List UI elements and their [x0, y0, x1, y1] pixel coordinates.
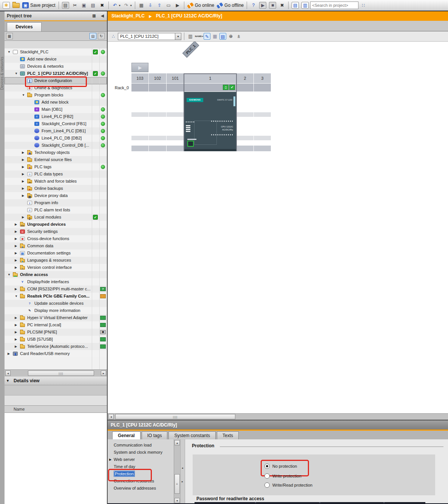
nav-item-communication-load[interactable]: Communication load [108, 442, 174, 449]
plc-name-tag[interactable]: PLC_1 [182, 42, 199, 58]
new-project-icon[interactable]: ✱ [2, 1, 11, 10]
tree-item[interactable]: ▶▪Version control interface [5, 264, 107, 271]
tree-item[interactable]: ≡Main [OB1] [5, 106, 107, 113]
nav-item-protection[interactable]: Protection [108, 470, 174, 478]
expand-arrow-icon[interactable]: ▶ [22, 149, 24, 156]
radio-button-icon[interactable] [264, 473, 270, 479]
tree-item[interactable]: ▶PC internal [Local] [5, 321, 107, 329]
tree-item[interactable]: ▶▫External source files [5, 156, 107, 163]
slot-header-1[interactable]: 1 [184, 73, 236, 83]
print-icon[interactable]: ▤ [61, 1, 70, 10]
expand-arrow-icon[interactable]: ▶ [15, 343, 17, 350]
radio-write-read-protection[interactable]: Write/Read protection [264, 482, 312, 488]
radio-button-icon[interactable] [264, 464, 270, 469]
start-simulation-icon[interactable]: ▶ [258, 1, 267, 10]
tree-item[interactable]: ▼Stacklight_PLC✔ [5, 48, 107, 56]
search-in-project-icon[interactable]: ∷ [359, 1, 368, 10]
expand-arrow-icon[interactable]: ▶ [15, 329, 17, 336]
zoom-options-icon[interactable]: ± [235, 33, 242, 40]
scroll-thumb[interactable]: |||| [115, 414, 235, 419]
split-editor-horizontal-icon[interactable]: ▤ [290, 1, 300, 10]
cpu-module[interactable]: SIEMENS SIMATIC S7-1200 CPU 1212C AC/DC/… [184, 92, 236, 151]
rack-cell-3[interactable] [254, 84, 271, 91]
tree-item[interactable]: ≡Line4_PLC [FB2] [5, 113, 107, 120]
start-cpu-icon[interactable]: ▭ [164, 1, 173, 10]
expand-arrow-icon[interactable]: ▶ [15, 336, 17, 343]
properties-splitter[interactable]: ◂ ▸ [180, 439, 185, 504]
runtime-icon[interactable]: ▶ [173, 1, 182, 10]
tree-item[interactable]: Stacklight_Control_DB [... [5, 142, 107, 149]
expand-arrow-icon[interactable]: ▶ [15, 228, 17, 235]
tree-item[interactable]: Line4_PLC_DB [DB2] [5, 135, 107, 142]
show-labels-icon[interactable]: ✎ [204, 33, 210, 40]
scroll-down-icon[interactable]: ▾ [175, 498, 180, 503]
nav-item-time-of-day[interactable]: Time of day [108, 463, 174, 470]
tree-item[interactable]: ▼▬Online access [5, 271, 107, 278]
tree-item[interactable]: ▶▦Device proxy data [5, 192, 107, 199]
tree-item[interactable]: ▶COM [RS232/PPI multi-master c...? [5, 285, 107, 293]
chevron-down-icon[interactable]: ▾ [7, 377, 9, 385]
go-offline-button[interactable]: Go offline [216, 1, 245, 10]
collapse-arrow-icon[interactable]: ▼ [8, 271, 11, 278]
refresh-icon[interactable]: ↻ [98, 33, 105, 39]
radio-button-icon[interactable] [264, 482, 270, 488]
tree-item[interactable]: YDisplay/hide interfaces [5, 278, 107, 285]
scroll-left-icon[interactable]: ◂ [5, 371, 11, 376]
rack-cell-102[interactable] [149, 84, 166, 91]
expand-arrow-icon[interactable]: ▶ [15, 250, 17, 257]
show-addresses-icon[interactable]: ▥ [187, 33, 194, 40]
tree-item[interactable]: ▶▯Local modules✔ [5, 214, 107, 221]
tab-io-tags[interactable]: IO tags [142, 431, 168, 439]
tree-item[interactable]: ✱Add new block [5, 99, 107, 106]
properties-nav-scrollbar[interactable]: ▴ ≡ ▾ [174, 439, 181, 504]
tab-devices[interactable]: Devices [7, 22, 42, 31]
nav-item-overview-of-addresses[interactable]: Overview of addresses [108, 485, 174, 492]
collapse-arrow-icon[interactable]: ▼ [15, 70, 18, 77]
compile-icon[interactable]: ▦ [137, 1, 146, 10]
project-tree-hscrollbar[interactable]: ◂ |||| ▸ [5, 369, 107, 377]
cut-icon[interactable]: ✂ [71, 1, 79, 10]
delete-icon[interactable]: ✖ [98, 1, 107, 10]
stop-simulation-icon[interactable]: ■ [268, 1, 277, 10]
scroll-left-icon[interactable]: ◂ [108, 414, 114, 419]
breadcrumb-item[interactable]: PLC_1 [CPU 1212C AC/DC/Rly] [156, 13, 222, 19]
auto-collapse-icon[interactable]: ▥ [91, 13, 97, 19]
expand-arrow-icon[interactable]: ▶ [22, 185, 24, 192]
editor-hscrollbar[interactable]: ◂ |||| [108, 413, 448, 420]
station-overview-icon[interactable]: ∴ [110, 33, 117, 40]
tree-item[interactable]: ▶●Common data [5, 242, 107, 250]
tree-item[interactable]: ▶▾PLC tags [5, 163, 107, 171]
expand-right-icon[interactable]: ▸ [182, 480, 183, 483]
redo-icon[interactable]: ↷▾ [122, 1, 133, 10]
details-toggle-icon[interactable]: ▤ [90, 33, 96, 39]
redo-icon-dropdown[interactable]: ▾ [130, 4, 132, 7]
collapse-arrow-icon[interactable]: ▼ [22, 91, 25, 99]
radio-write-protection[interactable]: Write protection [264, 473, 301, 479]
collapse-arrow-icon[interactable]: ▼ [8, 48, 11, 56]
split-editor-vertical-icon[interactable]: ▥ [300, 1, 310, 10]
device-select[interactable]: PLC_1 [CPU 1212C]▼ [118, 33, 181, 40]
scroll-thumb[interactable]: ≡ [175, 474, 180, 494]
scroll-up-icon[interactable]: ▴ [175, 440, 180, 445]
rack-cell-1[interactable]: ▯✔ [184, 84, 236, 91]
scroll-thumb[interactable]: |||| [28, 371, 94, 376]
cross-icon[interactable]: ✖ [278, 1, 286, 10]
nav-item-system-and-clock-memory[interactable]: System and clock memory [108, 449, 174, 456]
tree-item[interactable]: ▶✱Technology objects [5, 149, 107, 156]
tree-item[interactable]: ▶▭Ungrouped devices [5, 221, 107, 228]
tree-item[interactable]: ▶●Languages & resources [5, 257, 107, 264]
scroll-right-icon[interactable]: ▸ [101, 371, 106, 376]
tree-item[interactable]: ▶●Online backups [5, 185, 107, 192]
rack-cell-2[interactable] [236, 84, 253, 91]
undo-icon-dropdown[interactable]: ▾ [119, 4, 120, 7]
rack-nav-button[interactable]: ▶ [131, 63, 148, 72]
device-overview-icon[interactable]: ▦ [6, 33, 13, 39]
expand-arrow-icon[interactable]: ▶ [15, 314, 17, 321]
tree-item[interactable]: ▼▫Program blocks [5, 91, 107, 99]
expand-arrow-icon[interactable]: ▶ [15, 257, 17, 264]
tree-item[interactable]: ≡PLC alarm text lists [5, 206, 107, 214]
breadcrumb-project[interactable]: Stacklight_PLC [111, 13, 145, 19]
tree-item[interactable]: ∴Devices & networks [5, 63, 107, 70]
tree-item[interactable]: ≡Stacklight_Control [FB1] [5, 120, 107, 127]
zoom-icon[interactable]: ⊕ [227, 33, 234, 40]
